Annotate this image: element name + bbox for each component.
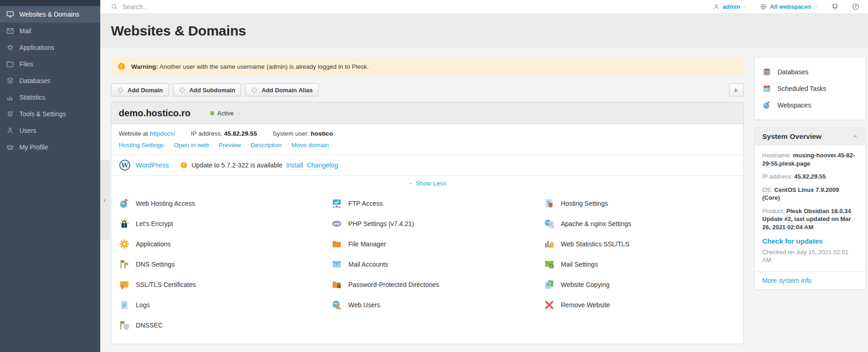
feature-dns-settings[interactable]: DNS Settings — [119, 254, 331, 274]
feature-file-manager[interactable]: File Manager — [331, 234, 544, 254]
feature-let-s-encrypt[interactable]: Let's Encrypt — [119, 214, 331, 234]
user-line-icon — [6, 126, 14, 135]
tools-wrench-button[interactable] — [729, 84, 744, 96]
feature-mail-accounts[interactable]: Mail Accounts — [331, 254, 544, 274]
feature-dnssec[interactable]: DNSSEC — [119, 315, 331, 335]
feature-remove-website[interactable]: Remove Website — [544, 295, 736, 315]
add-subdomain-button[interactable]: Add Subdomain — [173, 84, 242, 96]
folder-lock-icon — [331, 279, 342, 290]
bars-icon — [6, 93, 14, 101]
feature-label: SSL/TLS Certificates — [136, 281, 196, 288]
status-label: Active — [218, 110, 234, 117]
folder-icon — [331, 239, 342, 250]
wordpress-link[interactable]: WordPress — [136, 161, 169, 169]
check-for-updates-link[interactable]: Check for updates — [762, 237, 823, 245]
hosting-settings-link[interactable]: Hosting Settings — [119, 142, 164, 149]
php-icon: php — [331, 218, 342, 229]
domain-status-dropdown[interactable]: Active — [210, 110, 241, 117]
add-domain-button[interactable]: Add Domain — [111, 84, 169, 96]
quick-link-label: Webspaces — [777, 101, 811, 109]
collapse-chevron-up-icon[interactable] — [853, 134, 858, 139]
quick-link-scheduled-tasks[interactable]: Scheduled Tasks — [762, 80, 858, 97]
webspaces-menu[interactable]: All webspaces — [760, 3, 818, 10]
plus-icon — [179, 87, 186, 94]
feature-column-2: FTP AccessphpPHP Settings (v7.4.21)File … — [331, 193, 544, 335]
search-input[interactable] — [122, 3, 270, 11]
feature-apache-nginx-settings[interactable]: Apache & nginx Settings — [544, 214, 736, 234]
quick-links-card: DatabasesScheduled TasksWebspaces — [754, 57, 866, 120]
feature-hosting-settings[interactable]: Hosting Settings — [544, 193, 736, 214]
quick-link-label: Scheduled Tasks — [777, 85, 826, 92]
add-domain-alias-button[interactable]: Add Domain Alias — [245, 84, 319, 96]
domain-card-header: demo.hostico.ro Active — [111, 102, 743, 124]
feature-label: File Manager — [348, 240, 386, 248]
sidebar-item-files[interactable]: Files — [0, 56, 100, 72]
sidebar-item-mail[interactable]: Mail — [0, 23, 100, 39]
feature-label: Logs — [136, 301, 150, 309]
show-less-row: Show Less — [111, 176, 743, 190]
sidebar-item-databases[interactable]: Databases — [0, 72, 100, 89]
more-system-info-link[interactable]: More system info — [762, 277, 812, 284]
feature-mail-settings[interactable]: Mail Settings — [544, 254, 736, 274]
sidebar-collapse-handle[interactable] — [100, 161, 109, 240]
open-in-web-link[interactable]: Open in web — [174, 142, 209, 149]
topbar: admin All webspaces ? — [100, 0, 868, 14]
feature-php-settings-v7-4-21[interactable]: phpPHP Settings (v7.4.21) — [331, 214, 544, 234]
chevron-up-icon — [408, 181, 413, 186]
sidebar-item-my-profile[interactable]: My Profile — [0, 139, 100, 155]
feature-web-hosting-access[interactable]: Web Hosting Access — [119, 193, 331, 214]
sidebar-item-label: Applications — [19, 44, 55, 51]
layers-icon — [6, 77, 14, 85]
feature-password-protected-directories[interactable]: Password-Protected Directories — [331, 274, 544, 295]
page-body: Warning: Another user with the same user… — [100, 48, 868, 352]
feature-grid: Web Hosting AccessLet's EncryptApplicati… — [111, 190, 743, 344]
globe-server-icon — [544, 218, 555, 229]
sidebar-item-websites-domains[interactable]: Websites & Domains — [0, 6, 100, 23]
domain-name: demo.hostico.ro — [119, 108, 191, 119]
sidebar-item-tools-settings[interactable]: Tools & Settings — [0, 106, 100, 122]
feature-label: DNS Settings — [136, 261, 175, 268]
flags-icon — [119, 259, 130, 270]
httpdocs-link[interactable]: httpdocs/ — [150, 130, 175, 137]
certificate-icon — [119, 279, 130, 290]
system-row-hostname: Hostname: musing-hoover.45-82-29-55.ples… — [762, 151, 858, 167]
notifications-bell-icon[interactable] — [831, 3, 839, 11]
feature-logs[interactable]: Logs — [119, 295, 331, 315]
feature-column-3: Hosting SettingsApache & nginx SettingsW… — [544, 193, 736, 335]
content-column: Warning: Another user with the same user… — [111, 57, 744, 352]
sidebar-item-statistics[interactable]: Statistics — [0, 89, 100, 106]
feature-label: Web Statistics SSL/TLS — [561, 240, 629, 248]
preview-link[interactable]: Preview — [219, 142, 241, 149]
sidebar-item-label: Websites & Domains — [19, 11, 79, 18]
website-at: Website at httpdocs/ — [119, 130, 175, 137]
update-text: Update to 5.7.2-322 is available — [191, 161, 282, 169]
install-link[interactable]: Install — [286, 161, 303, 169]
feature-label: Website Copying — [561, 281, 610, 288]
svg-text:php: php — [334, 222, 340, 226]
show-less-link[interactable]: Show Less — [408, 180, 446, 187]
description-link[interactable]: Description — [250, 142, 282, 149]
feature-web-users[interactable]: Web Users — [331, 295, 544, 315]
sidebar-item-users[interactable]: Users — [0, 122, 100, 139]
feature-applications[interactable]: Applications — [119, 234, 331, 254]
sidebar-item-applications[interactable]: Applications — [0, 39, 100, 56]
system-user: System user: hostico — [273, 130, 333, 137]
feature-web-statistics-ssl-tls[interactable]: Web Statistics SSL/TLS — [544, 234, 736, 254]
chevron-down-icon — [814, 5, 818, 9]
user-menu[interactable]: admin — [713, 3, 747, 10]
domain-card: demo.hostico.ro Active Website at httpdo… — [111, 102, 744, 344]
quick-link-databases[interactable]: Databases — [762, 64, 858, 80]
search-icon — [111, 3, 118, 11]
move-domain-link[interactable]: Move domain — [291, 142, 329, 149]
calendar-icon — [762, 84, 771, 93]
changelog-link[interactable]: Changelog — [307, 161, 338, 169]
log-doc-icon — [119, 299, 130, 310]
feature-ftp-access[interactable]: FTP Access — [331, 193, 544, 214]
help-icon[interactable]: ? — [852, 3, 860, 11]
warning-icon — [180, 161, 188, 169]
quick-link-webspaces[interactable]: Webspaces — [762, 97, 858, 113]
feature-ssl-tls-certificates[interactable]: SSL/TLS Certificates — [119, 274, 331, 295]
sidebar: Websites & DomainsMailApplicationsFilesD… — [0, 0, 100, 352]
status-dot-icon — [210, 111, 214, 115]
feature-website-copying[interactable]: Website Copying — [544, 274, 736, 295]
